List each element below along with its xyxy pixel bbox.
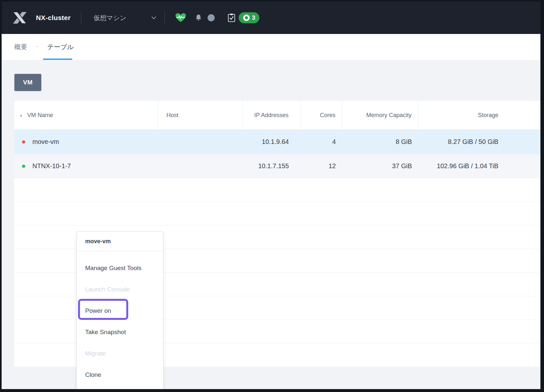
- memory-cell: 8 GiB: [342, 129, 418, 154]
- header-divider: [81, 12, 81, 24]
- memory-cell: 37 GiB: [342, 154, 418, 178]
- menu-item-manage-guest-tools[interactable]: Manage Guest Tools: [77, 257, 163, 279]
- task-status-badge[interactable]: 3: [239, 12, 259, 23]
- active-tab-indicator: [43, 59, 72, 60]
- sort-ascending-icon[interactable]: ▲: [19, 114, 23, 117]
- column-header-host[interactable]: Host: [158, 101, 243, 129]
- context-menu-title: move-vm: [77, 232, 163, 251]
- column-header-storage[interactable]: Storage: [418, 101, 540, 129]
- tab-table[interactable]: テーブル: [47, 43, 74, 51]
- user-avatar[interactable]: [208, 14, 215, 21]
- cluster-name: NX-cluster: [36, 14, 71, 22]
- cores-cell: 12: [301, 154, 342, 178]
- menu-item-launch-console: Launch Console: [77, 279, 163, 300]
- tasks-clipboard-icon[interactable]: [228, 13, 235, 22]
- host-cell: [158, 154, 243, 178]
- column-header-ip[interactable]: IP Addresses: [243, 101, 301, 129]
- task-count: 3: [252, 14, 255, 21]
- empty-table-row: [14, 201, 540, 225]
- nutanix-x-logo-icon[interactable]: [13, 12, 27, 24]
- task-progress-ring-icon: [243, 15, 250, 21]
- menu-item-take-snapshot[interactable]: Take Snapshot: [77, 321, 163, 343]
- column-header-memory[interactable]: Memory Capacity: [342, 101, 418, 129]
- notifications-bell-icon[interactable]: [195, 14, 202, 22]
- vm-name-link[interactable]: move-vm: [32, 138, 59, 146]
- column-header-cores[interactable]: Cores: [301, 101, 342, 129]
- menu-item-update[interactable]: Update: [77, 386, 163, 389]
- storage-cell: 102.96 GiB / 1.04 TiB: [418, 154, 540, 178]
- power-off-status-icon: [22, 140, 25, 144]
- context-menu-items: Manage Guest Tools Launch Console Power …: [77, 251, 163, 389]
- main-content: VM ▲ VM Name Host IP Addresses Cores Mem…: [2, 74, 540, 389]
- table-row-ntnx[interactable]: NTNX-10-1-7 10.1.7.155 12 37 GiB 102.96 …: [14, 154, 540, 178]
- empty-table-row: [14, 178, 540, 201]
- host-cell: [158, 129, 243, 154]
- menu-item-power-on[interactable]: Power on: [77, 300, 163, 321]
- health-heart-icon[interactable]: [175, 13, 186, 23]
- tab-overview[interactable]: 概要: [14, 43, 27, 51]
- vm-type-button[interactable]: VM: [14, 74, 41, 91]
- menu-item-migrate: Migrate: [77, 343, 163, 364]
- table-row-move-vm[interactable]: move-vm 10.1.9.64 4 8 GiB 8.27 GiB / 50 …: [14, 129, 540, 154]
- ip-cell: 10.1.9.64: [243, 129, 301, 154]
- vm-actions-context-menu: move-vm Manage Guest Tools Launch Consol…: [76, 231, 164, 389]
- storage-cell: 8.27 GiB / 50 GiB: [418, 129, 540, 154]
- tab-bar: 概要 ・ テーブル: [2, 34, 540, 60]
- header-divider: [164, 12, 165, 24]
- table-header-row: ▲ VM Name Host IP Addresses Cores Memory…: [14, 101, 540, 129]
- ip-cell: 10.1.7.155: [243, 154, 301, 178]
- app-window: NX-cluster 仮想マシン 3 概要 ・ テーブル: [2, 2, 540, 389]
- menu-item-clone[interactable]: Clone: [77, 364, 163, 386]
- power-on-status-icon: [22, 165, 25, 168]
- top-bar: NX-cluster 仮想マシン 3: [2, 2, 540, 34]
- column-header-vm-name[interactable]: ▲ VM Name: [14, 101, 158, 129]
- chevron-down-icon[interactable]: [152, 16, 156, 19]
- vm-name-link[interactable]: NTNX-10-1-7: [32, 162, 71, 170]
- entity-dropdown[interactable]: 仮想マシン: [94, 14, 126, 22]
- cores-cell: 4: [301, 129, 342, 154]
- tab-separator: ・: [35, 44, 40, 50]
